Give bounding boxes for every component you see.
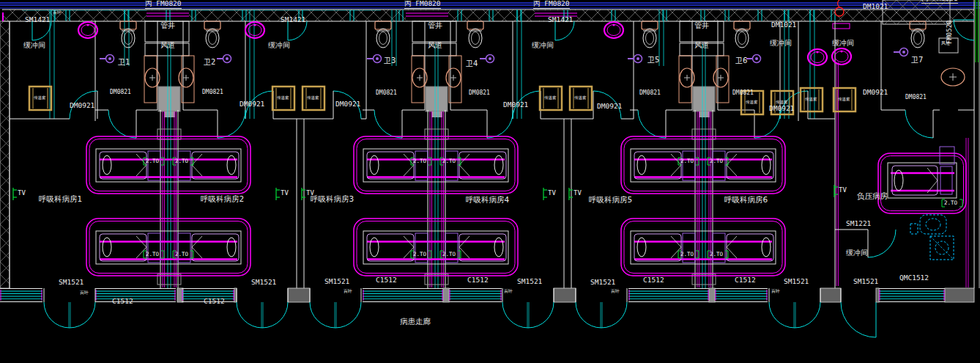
cad-canvas[interactable]: SM1421SM1421SM1421丙 FM0820丙 FM0820丙 FM08… [0,0,980,363]
floor-plan-drawing [0,0,980,363]
